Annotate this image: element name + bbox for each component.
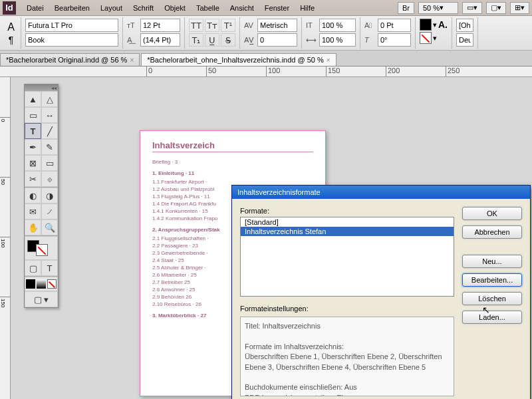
chevron-down-icon: ▾	[440, 3, 444, 12]
close-icon[interactable]: ×	[327, 57, 331, 64]
vertical-ruler: 0 50 100 150	[0, 77, 11, 399]
pen-tool[interactable]: ✒	[25, 139, 41, 155]
menu-objekt[interactable]: Objekt	[159, 4, 191, 12]
formate-label: Formate:	[240, 207, 454, 215]
chevron-down-icon[interactable]: ▾	[433, 21, 437, 29]
font-size-input[interactable]	[140, 19, 180, 32]
zoom-value: 50 %	[423, 4, 440, 12]
menu-schrift[interactable]: Schrift	[128, 4, 159, 12]
type-tool[interactable]: T	[25, 123, 41, 139]
font-weight-input[interactable]	[25, 33, 118, 47]
skew-input[interactable]	[378, 33, 411, 47]
arrange-button[interactable]: ⊞▾	[510, 2, 529, 14]
format-container[interactable]: ▢	[25, 260, 41, 276]
charstyle-icon[interactable]: A.	[438, 19, 448, 30]
kerning-input[interactable]	[257, 19, 297, 32]
settings-line: Formate im Inhaltsverzeichnis:	[245, 342, 450, 352]
style-dropdown[interactable]	[456, 19, 473, 32]
selection-tool[interactable]: ▲	[25, 91, 41, 107]
edit-button[interactable]: Bearbeiten...	[462, 273, 522, 287]
subscript-button[interactable]: T₁	[189, 33, 203, 47]
eyedropper-tool[interactable]: ⟋	[41, 203, 58, 219]
close-icon[interactable]: ×	[130, 57, 134, 64]
menu-datei[interactable]: Datei	[21, 4, 49, 12]
horizontal-ruler: 0 50 100 150 200 250	[0, 66, 532, 77]
app-icon: Id	[3, 1, 16, 15]
superscript-button[interactable]: T¹	[221, 19, 235, 32]
tracking-input[interactable]	[257, 33, 297, 47]
vscale-icon: IT	[306, 21, 318, 29]
doc-tab-1[interactable]: *Bachelorarbeit Original.indd @ 56 %×	[0, 53, 140, 66]
menu-bearbeiten[interactable]: Bearbeiten	[49, 4, 95, 12]
menu-ansicht[interactable]: Ansicht	[225, 4, 259, 12]
vscale-input[interactable]	[319, 19, 356, 32]
gap-tool[interactable]: ↔	[41, 107, 58, 123]
dialog-title: Inhaltsverzeichnisformate	[232, 186, 530, 199]
list-item-stefan[interactable]: Inhaltsverzeichnis Stefan	[241, 227, 454, 236]
ruler-tick: 150	[0, 297, 11, 307]
gradient-feather-tool[interactable]: ◑	[41, 188, 58, 203]
free-transform-tool[interactable]: ⟐	[41, 171, 58, 187]
baseline-icon: Aͣ	[364, 21, 376, 29]
format-text[interactable]: T	[41, 260, 58, 276]
underline-button[interactable]: U̲	[205, 33, 219, 47]
page-title: Inhaltsverzeich	[152, 140, 313, 152]
formate-listbox[interactable]: [Standard] Inhaltsverzeichnis Stefan	[240, 217, 454, 297]
menu-layout[interactable]: Layout	[95, 4, 128, 12]
fill-swatch[interactable]	[420, 19, 432, 31]
toc-formats-dialog: Inhaltsverzeichnisformate Formate: [Stan…	[231, 185, 531, 399]
settings-line: Buchdokumente einschließen: Aus	[245, 382, 450, 392]
new-button[interactable]: Neu...	[462, 255, 522, 268]
rect-frame-tool[interactable]: ⊠	[25, 155, 41, 171]
view-mode-button[interactable]: ▭▾	[462, 2, 482, 14]
hand-tool[interactable]: ✋	[25, 219, 41, 235]
tab-label: *Bachelorarbeit Original.indd @ 56 %	[6, 56, 127, 64]
screen-mode-button[interactable]: ▢▾	[486, 2, 506, 14]
smallcaps-button[interactable]: Tᴛ	[205, 19, 219, 32]
font-family-input[interactable]	[25, 19, 118, 32]
cancel-button[interactable]: Abbrechen	[462, 225, 522, 239]
kerning-icon: AV	[244, 21, 256, 29]
gradient-swatch-tool[interactable]: ◐	[25, 188, 41, 203]
note-tool[interactable]: ✉	[25, 203, 41, 219]
menu-tabelle[interactable]: Tabelle	[191, 4, 225, 12]
baseline-input[interactable]	[378, 19, 411, 32]
menu-fenster[interactable]: Fenster	[259, 4, 295, 12]
bridge-button[interactable]: Br	[398, 2, 414, 14]
ruler-tick: 0	[0, 117, 11, 122]
panel-collapse[interactable]: ◂◂	[25, 84, 58, 91]
menu-hilfe[interactable]: Hilfe	[295, 4, 320, 12]
para-format-icon[interactable]: ¶	[9, 35, 14, 45]
settings-line	[245, 372, 450, 382]
hscale-input[interactable]	[319, 33, 356, 47]
scissors-tool[interactable]: ✂	[25, 171, 41, 187]
load-button[interactable]: Laden...	[462, 311, 522, 324]
ruler-tick: 250	[446, 66, 460, 77]
pencil-tool[interactable]: ✎	[41, 139, 58, 155]
allcaps-button[interactable]: TT	[189, 19, 203, 32]
delete-button[interactable]: Löschen	[462, 292, 522, 305]
ruler-tick: 200	[386, 66, 400, 77]
view-mode-normal[interactable]: ▢ ▾	[25, 291, 58, 307]
strike-button[interactable]: S̶	[221, 33, 235, 47]
tools-panel: ◂◂ ▲ △ ▭ ↔ T ╱ ✒ ✎ ⊠ ▭ ✂ ⟐ ◐ ◑ ✉ ⟋ ✋ 🔍	[24, 84, 59, 308]
direct-selection-tool[interactable]: △	[41, 91, 58, 107]
leading-input[interactable]	[140, 33, 180, 47]
lang-dropdown[interactable]	[456, 33, 473, 47]
line-tool[interactable]: ╱	[41, 123, 58, 139]
fill-stroke-swap[interactable]	[25, 236, 58, 260]
apply-color-row[interactable]	[25, 277, 58, 291]
doc-tab-2[interactable]: *Bachelorarbeit_ohne_Inhaltsverzeichnis.…	[141, 53, 336, 66]
rect-tool[interactable]: ▭	[41, 155, 58, 171]
zoom-dropdown[interactable]: 50 % ▾	[418, 2, 458, 14]
toc-section-head: 1. Einleitung · 11	[152, 170, 313, 176]
list-item-standard[interactable]: [Standard]	[241, 217, 454, 227]
settings-line: Ebene 3, Überschriften Ebene 4, Überschr…	[245, 362, 450, 372]
page-tool[interactable]: ▭	[25, 107, 41, 123]
chevron-down-icon[interactable]: ▾	[433, 34, 437, 43]
hscale-icon: ⟷	[306, 36, 318, 45]
ok-button[interactable]: OK	[462, 207, 522, 220]
zoom-tool[interactable]: 🔍	[41, 219, 58, 235]
settings-box: Titel: Inhaltsverzeichnis Formate im Inh…	[240, 317, 454, 396]
char-format-icon[interactable]: A	[7, 21, 15, 33]
